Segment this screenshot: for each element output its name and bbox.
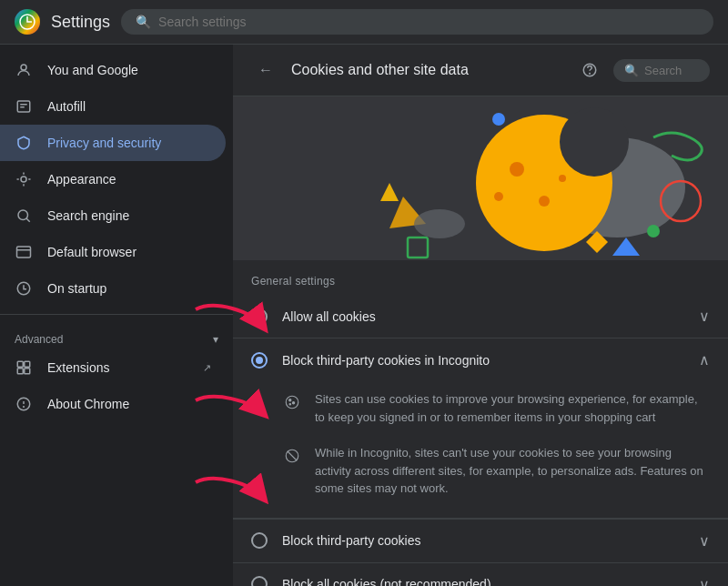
- svg-rect-11: [17, 361, 23, 367]
- cookie-detail-icon: [282, 392, 302, 412]
- sidebar-label-search-engine: Search engine: [47, 208, 129, 223]
- sidebar-item-search-engine[interactable]: Search engine: [0, 197, 226, 234]
- startup-icon: [15, 279, 33, 298]
- content-area: ← Cookies and other site data 🔍: [233, 45, 728, 586]
- svg-point-19: [590, 73, 591, 74]
- search-engine-icon: [15, 207, 33, 225]
- search-icon-header: 🔍: [624, 64, 639, 77]
- advanced-label: Advanced: [15, 333, 63, 346]
- option-label-allow-all: Allow all cookies: [282, 309, 684, 324]
- svg-line-7: [26, 218, 30, 222]
- option-label-block-incognito: Block third-party cookies in Incognito: [282, 353, 684, 368]
- svg-point-28: [494, 192, 503, 201]
- svg-point-5: [21, 177, 26, 182]
- option-label-block-third-party: Block third-party cookies: [282, 533, 684, 548]
- svg-point-1: [21, 65, 26, 70]
- search-icon: 🔍: [136, 15, 151, 29]
- page-title: Cookies and other site data: [291, 62, 566, 78]
- browser-icon: [15, 243, 33, 261]
- incognito-detail-icon: [282, 446, 302, 466]
- expanded-item-cookies: Sites can use cookies to improve your br…: [282, 381, 710, 435]
- person-icon: [15, 61, 33, 79]
- extensions-icon: [15, 359, 33, 377]
- about-icon: [15, 395, 33, 413]
- topbar-search-box[interactable]: 🔍: [121, 9, 713, 35]
- svg-point-23: [647, 225, 660, 237]
- svg-rect-12: [25, 361, 30, 367]
- sidebar-label-privacy-security: Privacy and security: [47, 136, 161, 150]
- svg-point-26: [510, 162, 524, 177]
- help-icon[interactable]: [577, 57, 602, 83]
- chevron-down-block-all: ∨: [699, 576, 710, 587]
- autofill-icon: [15, 97, 33, 116]
- svg-point-40: [289, 404, 291, 406]
- chevron-down-block-third-party: ∨: [699, 532, 710, 550]
- external-link-icon: ↗: [203, 362, 211, 374]
- sidebar-item-you-google[interactable]: You and Google: [0, 52, 226, 88]
- sidebar-label-extensions: Extensions: [47, 360, 188, 375]
- search-input[interactable]: [158, 15, 699, 29]
- option-block-all-cookies[interactable]: Block all cookies (not recommended) ∨: [233, 563, 728, 587]
- content-header: ← Cookies and other site data 🔍: [233, 45, 728, 96]
- header-search-box[interactable]: 🔍: [613, 59, 710, 82]
- app-title: Settings: [51, 13, 110, 32]
- sidebar-item-appearance[interactable]: Appearance: [0, 161, 226, 197]
- back-button[interactable]: ←: [251, 56, 280, 85]
- svg-point-29: [559, 175, 566, 182]
- svg-point-31: [492, 113, 505, 126]
- svg-point-39: [292, 402, 294, 404]
- radio-block-incognito[interactable]: [251, 352, 268, 369]
- svg-rect-8: [17, 247, 31, 258]
- sidebar-label-default-browser: Default browser: [47, 245, 136, 259]
- option-allow-all-cookies[interactable]: Allow all cookies ∨: [233, 295, 728, 338]
- header-search-input[interactable]: [644, 64, 699, 77]
- sidebar-label-on-startup: On startup: [47, 281, 106, 296]
- expanded-text-cookies: Sites can use cookies to improve your br…: [315, 390, 710, 426]
- svg-point-17: [24, 407, 25, 408]
- svg-point-38: [289, 399, 291, 401]
- option-block-third-party[interactable]: Block third-party cookies ∨: [233, 520, 728, 563]
- svg-point-6: [18, 210, 28, 220]
- sidebar-item-extensions[interactable]: Extensions ↗: [0, 349, 226, 386]
- svg-rect-14: [25, 369, 30, 374]
- expanded-details: Sites can use cookies to improve your br…: [233, 381, 728, 519]
- app-logo: [15, 9, 40, 35]
- sidebar-item-autofill[interactable]: Autofill: [0, 88, 226, 125]
- expanded-text-incognito: While in Incognito, sites can't use your…: [315, 444, 710, 498]
- sidebar: You and Google Autofill Privacy and secu…: [0, 45, 233, 586]
- header-actions: 🔍: [577, 57, 710, 83]
- sidebar-label-appearance: Appearance: [47, 172, 116, 187]
- chevron-down-icon: ▾: [213, 333, 218, 346]
- sidebar-divider: [0, 314, 233, 315]
- shield-icon: [15, 134, 33, 152]
- settings-content: General settings Allow all cookies ∨ Blo…: [233, 260, 728, 586]
- sidebar-item-default-browser[interactable]: Default browser: [0, 234, 226, 270]
- svg-rect-13: [17, 369, 23, 374]
- section-label: General settings: [233, 260, 728, 295]
- svg-point-33: [414, 209, 465, 238]
- illustration-svg: [233, 96, 728, 260]
- cookie-illustration: [233, 96, 728, 260]
- sidebar-label-you-google: You and Google: [47, 63, 138, 77]
- option-header-block-incognito[interactable]: Block third-party cookies in Incognito ∧: [233, 338, 728, 381]
- sidebar-item-on-startup[interactable]: On startup: [0, 270, 226, 307]
- option-label-block-all: Block all cookies (not recommended): [282, 577, 684, 586]
- sidebar-item-privacy-security[interactable]: Privacy and security: [0, 125, 226, 161]
- svg-line-42: [288, 451, 298, 461]
- appearance-icon: [15, 170, 33, 188]
- radio-block-third-party[interactable]: [251, 532, 268, 549]
- expanded-item-incognito: While in Incognito, sites can't use your…: [282, 435, 710, 507]
- option-block-third-party-incognito: Block third-party cookies in Incognito ∧: [233, 338, 728, 520]
- chevron-down-allow-all: ∨: [699, 308, 710, 325]
- radio-block-all[interactable]: [251, 576, 268, 586]
- sidebar-item-about-chrome[interactable]: About Chrome: [0, 386, 226, 422]
- chevron-up-block-incognito: ∧: [699, 351, 710, 369]
- topbar: Settings 🔍: [0, 0, 728, 45]
- sidebar-label-about-chrome: About Chrome: [47, 397, 129, 411]
- sidebar-advanced-section: Advanced ▾: [0, 322, 233, 349]
- sidebar-label-autofill: Autofill: [47, 99, 86, 114]
- svg-point-25: [560, 107, 629, 177]
- svg-point-27: [539, 196, 550, 207]
- radio-allow-all[interactable]: [251, 308, 268, 325]
